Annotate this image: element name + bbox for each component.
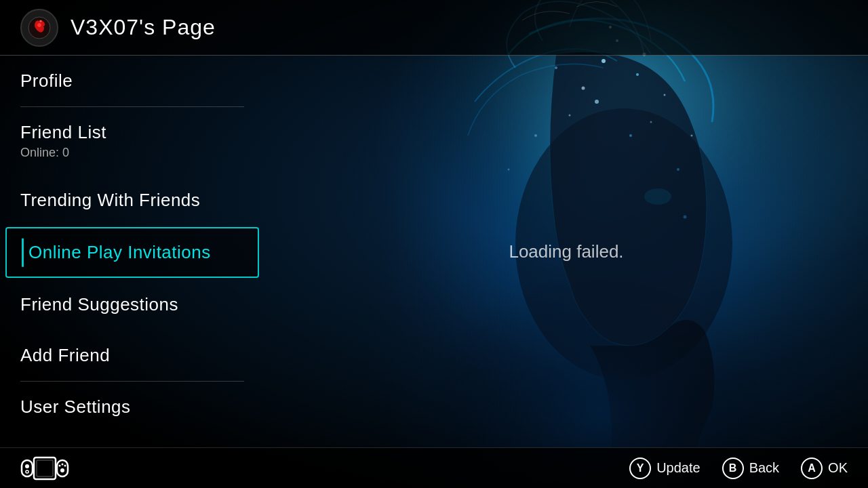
svg-rect-24: [34, 458, 56, 479]
nav-item-user-settings[interactable]: User Settings: [0, 382, 264, 432]
nav-sub-friend-list: Online: 0: [20, 146, 244, 160]
nav-item-online-play[interactable]: Online Play Invitations: [5, 227, 259, 278]
nav-label-add-friend: Add Friend: [20, 345, 244, 366]
btn-hint-back[interactable]: B Back: [722, 458, 779, 479]
svg-rect-33: [37, 460, 53, 476]
bottom-right: Y Update B Back A OK: [629, 458, 848, 479]
svg-point-32: [64, 464, 66, 466]
svg-point-29: [26, 470, 28, 473]
nav-item-profile[interactable]: Profile: [0, 56, 264, 106]
user-avatar: [20, 9, 58, 47]
svg-point-31: [62, 463, 64, 465]
nav-item-add-friend[interactable]: Add Friend: [0, 330, 264, 381]
nav-label-suggestions: Friend Suggestions: [20, 294, 244, 315]
btn-hint-update[interactable]: Y Update: [629, 458, 701, 479]
update-label: Update: [656, 460, 701, 476]
nav-label-profile: Profile: [20, 70, 244, 92]
loading-message: Loading failed.: [509, 241, 623, 262]
bottom-left: [20, 455, 69, 482]
y-button: Y: [629, 458, 651, 479]
nav-label-user-settings: User Settings: [20, 396, 244, 418]
nav-label-trending: Trending With Friends: [20, 190, 244, 211]
svg-point-30: [59, 464, 61, 466]
nav-item-trending[interactable]: Trending With Friends: [0, 175, 264, 226]
content-area: Loading failed.: [264, 56, 868, 447]
back-label: Back: [749, 460, 779, 476]
switch-icon: [20, 455, 69, 482]
btn-hint-ok[interactable]: A OK: [801, 458, 848, 479]
bottom-bar: Y Update B Back A OK: [0, 447, 868, 488]
nav-item-suggestions[interactable]: Friend Suggestions: [0, 279, 264, 330]
svg-point-28: [60, 468, 64, 472]
nav-item-friend-list[interactable]: Friend List Online: 0: [0, 107, 264, 175]
nav-label-online-play: Online Play Invitations: [22, 242, 243, 263]
b-button: B: [722, 458, 744, 479]
ok-label: OK: [828, 460, 848, 476]
header: V3X07's Page: [0, 0, 868, 56]
svg-point-27: [25, 464, 29, 468]
page-title: V3X07's Page: [71, 15, 216, 40]
a-button: A: [801, 458, 823, 479]
nav-label-friend-list: Friend List: [20, 122, 244, 143]
nav-menu: Profile Friend List Online: 0 Trending W…: [0, 56, 264, 432]
